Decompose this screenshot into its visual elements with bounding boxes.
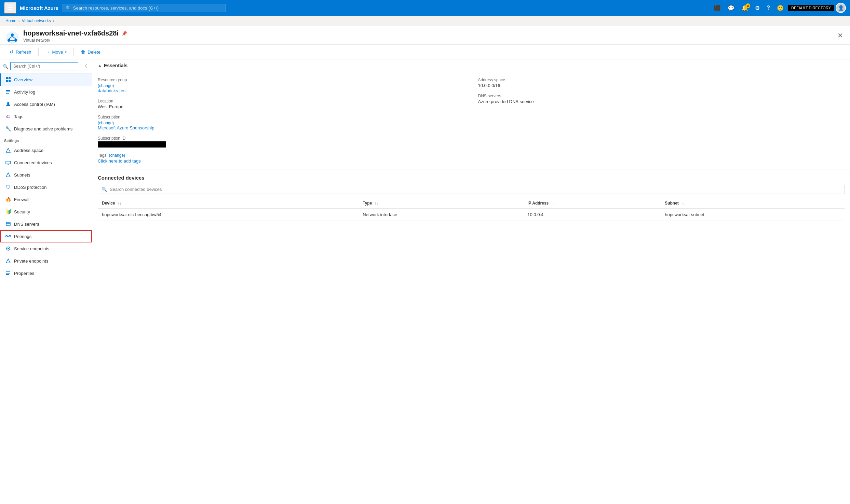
svg-rect-11 xyxy=(6,90,10,91)
type-cell: Network interface xyxy=(359,209,523,221)
column-header-subnet[interactable]: Subnet ↑↓ xyxy=(661,198,845,209)
tags-label: Tags (change) xyxy=(98,153,464,158)
sidebar-item-activity-log-label: Activity log xyxy=(14,89,35,95)
breadcrumb-sep-2: › xyxy=(53,19,54,23)
toolbar-divider-1 xyxy=(38,48,39,56)
svg-marker-19 xyxy=(6,173,10,177)
sidebar-item-dns-servers-label: DNS servers xyxy=(14,222,39,227)
column-header-device[interactable]: Device ↑↓ xyxy=(98,198,359,209)
sidebar-item-ddos[interactable]: 🛡 DDoS protection xyxy=(0,181,92,193)
svg-marker-15 xyxy=(6,148,10,152)
resource-group-link[interactable]: databricks-test xyxy=(98,88,127,93)
refresh-icon: ↺ xyxy=(10,49,14,55)
sidebar-item-address-space[interactable]: Address space xyxy=(0,144,92,156)
close-button[interactable]: ✕ xyxy=(836,30,845,41)
svg-rect-30 xyxy=(6,274,9,275)
notifications-button[interactable]: 🔔 3 xyxy=(739,3,751,13)
sidebar-item-properties-label: Properties xyxy=(14,271,34,276)
subscription-item: Subscription (change) Microsoft Azure Sp… xyxy=(98,115,464,130)
move-label: Move xyxy=(52,50,63,55)
sidebar-item-tags[interactable]: 🏷 Tags xyxy=(0,110,92,123)
page-subtitle: Virtual network xyxy=(23,38,127,43)
activity-log-icon xyxy=(5,89,11,95)
directory-label: DEFAULT DIRECTORY xyxy=(788,5,834,11)
subscription-id-value xyxy=(98,141,464,148)
move-icon: → xyxy=(45,49,50,55)
devices-search-box[interactable]: 🔍 xyxy=(98,185,845,194)
sidebar-item-security-label: Security xyxy=(14,209,30,214)
sidebar-item-peerings[interactable]: Peerings xyxy=(0,230,92,242)
settings-button[interactable]: ⚙ xyxy=(752,3,763,13)
sidebar-item-service-endpoints[interactable]: Service endpoints xyxy=(0,242,92,255)
subscription-change-link[interactable]: (change) xyxy=(98,121,114,125)
devices-search-icon: 🔍 xyxy=(102,187,107,192)
devices-table: Device ↑↓ Type ↑↓ IP Address ↑↓ Subnet xyxy=(98,198,845,221)
tags-add-link[interactable]: Click here to add tags xyxy=(98,158,141,164)
properties-icon xyxy=(5,270,11,276)
connected-devices-section: Connected devices 🔍 Device ↑↓ Type ↑↓ xyxy=(92,169,850,226)
delete-icon: 🗑 xyxy=(81,49,85,55)
svg-point-26 xyxy=(8,248,9,249)
devices-search-input[interactable] xyxy=(110,187,841,192)
help-button[interactable]: ? xyxy=(764,3,773,13)
sidebar-item-firewall-label: Firewall xyxy=(14,197,29,202)
resource-group-change-link[interactable]: (change) xyxy=(98,83,114,88)
connected-devices-icon xyxy=(5,159,11,166)
sidebar-item-overview[interactable]: Overview xyxy=(0,73,92,86)
svg-point-0 xyxy=(6,31,18,44)
subscription-link[interactable]: Microsoft Azure Sponsorship xyxy=(98,125,154,130)
subnet-cell: hopsworksai-subnet xyxy=(661,209,845,221)
column-header-ip-address[interactable]: IP Address ↑↓ xyxy=(523,198,661,209)
page-header: hopsworksai-vnet-vxfa6ds28i 📌 Virtual ne… xyxy=(0,26,850,45)
subscription-id-label: Subscription ID xyxy=(98,136,464,141)
breadcrumb-home[interactable]: Home xyxy=(5,18,16,23)
subnets-icon xyxy=(5,172,11,178)
sidebar-search-input[interactable] xyxy=(10,62,78,70)
move-chevron-icon: ▾ xyxy=(65,50,67,54)
refresh-button[interactable]: ↺ Refresh xyxy=(5,47,36,56)
smiley-button[interactable]: 🙂 xyxy=(774,3,786,13)
sidebar-item-activity-log[interactable]: Activity log xyxy=(0,86,92,98)
sidebar-item-dns-servers[interactable]: DNS servers xyxy=(0,218,92,230)
peerings-icon xyxy=(5,233,11,239)
sidebar-item-firewall[interactable]: 🔥 Firewall xyxy=(0,193,92,206)
smiley-icon: 🙂 xyxy=(777,5,784,11)
sidebar-collapse-button[interactable]: 《 xyxy=(80,62,89,70)
subscription-value: (change) Microsoft Azure Sponsorship xyxy=(98,120,464,130)
content-area: ▲ Essentials Resource group (change) dat… xyxy=(92,59,850,504)
svg-rect-13 xyxy=(6,93,9,94)
sidebar-item-properties[interactable]: Properties xyxy=(0,267,92,279)
dns-servers-value: Azure provided DNS service xyxy=(478,99,845,104)
sidebar-item-subnets[interactable]: Subnets xyxy=(0,169,92,181)
sidebar-item-diagnose[interactable]: 🔧 Diagnose and solve problems xyxy=(0,123,92,135)
feedback-button[interactable]: 💬 xyxy=(725,3,737,13)
global-search-box[interactable]: 🔍 xyxy=(62,4,226,12)
tags-value: Click here to add tags xyxy=(98,158,464,164)
user-avatar[interactable]: 👤 xyxy=(836,3,846,13)
tags-item: Tags (change) Click here to add tags xyxy=(98,153,464,164)
move-button[interactable]: → Move ▾ xyxy=(41,47,71,56)
pin-icon[interactable]: 📌 xyxy=(121,31,127,36)
ddos-icon: 🛡 xyxy=(5,184,11,190)
toolbar-divider-2 xyxy=(73,48,74,56)
sidebar-item-private-endpoints[interactable]: Private endpoints xyxy=(0,255,92,267)
table-header-row: Device ↑↓ Type ↑↓ IP Address ↑↓ Subnet xyxy=(98,198,845,209)
tags-change-link[interactable]: (change) xyxy=(109,153,125,158)
settings-section-label: Settings xyxy=(0,135,92,144)
column-header-type[interactable]: Type ↑↓ xyxy=(359,198,523,209)
breadcrumb-virtual-networks[interactable]: Virtual networks xyxy=(22,18,51,23)
sidebar-item-security[interactable]: 🔰 Security xyxy=(0,206,92,218)
global-search-input[interactable] xyxy=(73,5,222,11)
type-sort-icon: ↑↓ xyxy=(375,201,378,205)
dns-servers-label: DNS servers xyxy=(478,94,845,98)
resource-group-value: (change) databricks-test xyxy=(98,83,464,93)
delete-button[interactable]: 🗑 Delete xyxy=(77,47,105,56)
sidebar-item-access-control[interactable]: Access control (IAM) xyxy=(0,98,92,110)
gear-icon: ⚙ xyxy=(755,5,760,11)
sidebar-item-connected-devices[interactable]: Connected devices xyxy=(0,156,92,169)
cloud-shell-button[interactable]: ⬛ xyxy=(711,3,724,13)
sidebar-item-private-endpoints-label: Private endpoints xyxy=(14,258,48,264)
hamburger-menu-button[interactable]: ☰ xyxy=(4,2,16,14)
svg-rect-7 xyxy=(6,77,8,79)
essentials-section-header[interactable]: ▲ Essentials xyxy=(92,59,850,72)
